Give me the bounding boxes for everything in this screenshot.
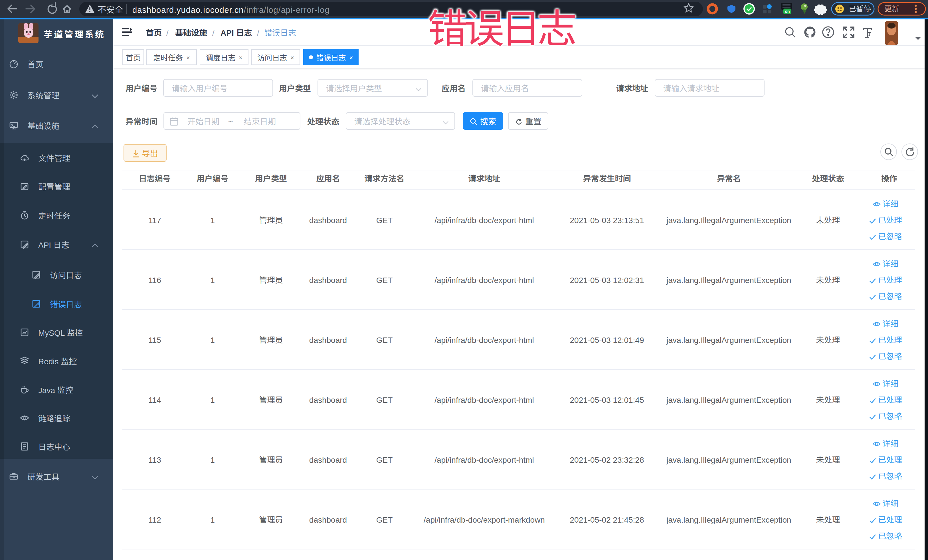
svg-text:已暂停: 已暂停 (849, 3, 871, 14)
svg-text:on: on (785, 8, 790, 14)
svg-text:更新: 更新 (884, 3, 899, 14)
